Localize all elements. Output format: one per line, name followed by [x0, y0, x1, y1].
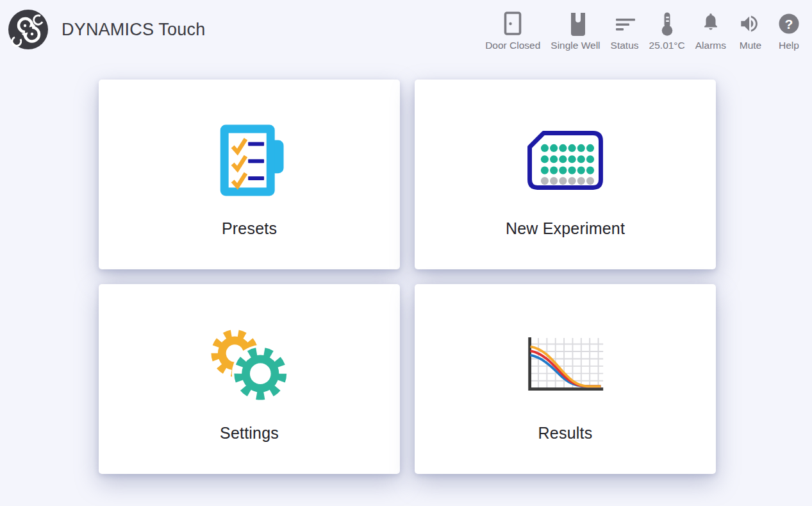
- statusbar-label: Status: [611, 40, 639, 51]
- well-plate-icon: [524, 127, 607, 194]
- statusbar-item-mute[interactable]: Mute: [736, 9, 765, 51]
- svg-text:?: ?: [785, 17, 793, 31]
- card-results[interactable]: Results: [415, 284, 716, 474]
- statusbar-label: Single Well: [551, 40, 600, 51]
- speaker-icon: [739, 10, 762, 37]
- statusbar-label: 25.01°C: [649, 40, 685, 51]
- checklist-icon: [211, 121, 288, 199]
- statusbar-item-temperature[interactable]: 25.01°C: [649, 9, 685, 51]
- home-card-grid: Presets New Experiment: [99, 80, 716, 474]
- help-icon: ?: [777, 10, 800, 37]
- bell-icon: [699, 10, 722, 37]
- card-new-experiment[interactable]: New Experiment: [415, 80, 716, 269]
- cuvette-icon: [564, 10, 587, 37]
- statusbar: Door Closed Single Well Status 25.0: [485, 6, 803, 51]
- thermometer-icon: [656, 10, 679, 37]
- statusbar-label: Alarms: [695, 40, 726, 51]
- card-presets[interactable]: Presets: [99, 80, 400, 269]
- statusbar-item-door[interactable]: Door Closed: [485, 9, 540, 51]
- card-settings[interactable]: Settings: [99, 284, 400, 474]
- statusbar-item-single-well[interactable]: Single Well: [551, 9, 600, 51]
- status-lines-icon: [613, 10, 636, 37]
- chart-icon: [525, 337, 606, 393]
- statusbar-label: Help: [779, 40, 799, 51]
- wyatt-swirl-logo: [8, 9, 49, 50]
- card-label-new-experiment: New Experiment: [506, 219, 625, 238]
- app-brand: DYNAMICS Touch: [8, 6, 205, 50]
- door-icon: [501, 10, 524, 37]
- statusbar-item-status[interactable]: Status: [611, 9, 639, 51]
- statusbar-item-help[interactable]: ? Help: [775, 9, 803, 51]
- statusbar-item-alarms[interactable]: Alarms: [695, 9, 726, 51]
- statusbar-label: Door Closed: [485, 40, 540, 51]
- gears-icon: [208, 326, 290, 403]
- card-label-results: Results: [538, 424, 593, 443]
- statusbar-label: Mute: [740, 40, 761, 51]
- card-label-presets: Presets: [222, 219, 277, 238]
- card-label-settings: Settings: [220, 424, 279, 443]
- app-header: DYNAMICS Touch Door Closed Single Well S…: [0, 0, 812, 56]
- app-title: DYNAMICS Touch: [62, 20, 205, 40]
